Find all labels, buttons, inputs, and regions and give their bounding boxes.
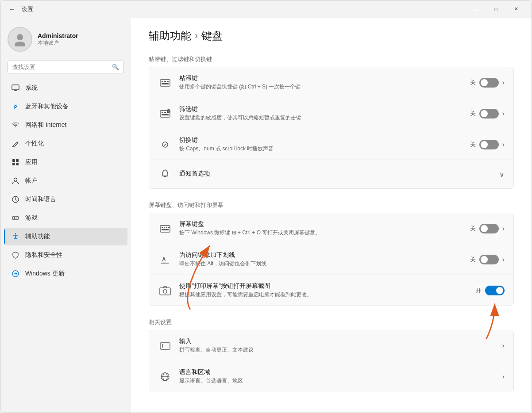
sidebar-item-personalization-label: 个性化 xyxy=(25,140,44,148)
input-icon xyxy=(158,339,172,353)
svg-rect-20 xyxy=(164,81,166,82)
bell-icon xyxy=(158,167,172,181)
sidebar-item-network-label: 网络和 Internet xyxy=(25,121,66,129)
notification-row[interactable]: 通知首选项 ∨ xyxy=(149,160,513,188)
filter-keys-desc: 设置键盘的敏感度，使其可以忽略短暂或重复的击键 xyxy=(179,114,463,122)
underline-icon: A xyxy=(158,252,172,267)
language-control: › xyxy=(502,373,505,381)
access-key-toggle-label: 关 xyxy=(470,256,476,264)
on-screen-keyboard-text: 屏幕键盘 按下 Windows 微标键 ⊞ + Ctrl + O 可打开或关闭屏… xyxy=(179,220,463,237)
sidebar-item-accessibility[interactable]: 辅助功能 xyxy=(4,228,127,245)
svg-rect-2 xyxy=(12,85,19,90)
sidebar-item-privacy[interactable]: 隐私和安全性 xyxy=(4,246,127,264)
svg-rect-6 xyxy=(12,159,15,162)
sidebar-item-time[interactable]: 时间和语言 xyxy=(4,191,127,208)
sidebar-item-system[interactable]: 系统 xyxy=(4,79,127,97)
sticky-keys-text: 粘滞键 使用多个键的键盘快捷键 (如 Ctrl + S) 一次按一个键 xyxy=(179,74,463,91)
sidebar-item-system-label: 系统 xyxy=(25,84,38,92)
print-screen-toggle[interactable] xyxy=(485,286,505,295)
toggle-keys-title: 切换键 xyxy=(179,136,463,144)
notification-text: 通知首选项 xyxy=(179,170,492,179)
main-content: 辅助功能 › 键盘 粘滞键、过滤键和切换键 xyxy=(131,18,532,413)
on-screen-keyboard-toggle-label: 关 xyxy=(470,225,476,233)
user-section: Administrator 本地账户 xyxy=(0,18,131,59)
print-screen-row[interactable]: 使用"打印屏幕"按钮打开屏幕截图 根据其他应用设置，可能需要重启电脑才能看到此更… xyxy=(149,275,513,306)
maximize-button[interactable]: □ xyxy=(486,2,506,16)
input-row[interactable]: 输入 拼写检查、自动更正、文本建议 › xyxy=(149,330,513,361)
titlebar: ← 设置 — □ ✕ xyxy=(0,0,532,18)
related-card: 输入 拼写检查、自动更正、文本建议 › xyxy=(149,330,514,392)
svg-rect-40 xyxy=(160,288,170,295)
clock-icon xyxy=(11,195,20,204)
sidebar-item-gaming-label: 游戏 xyxy=(25,214,38,222)
filter-keys-text: 筛选键 设置键盘的敏感度，使其可以忽略短暂或重复的击键 xyxy=(179,105,463,122)
wifi-icon xyxy=(11,121,20,130)
camera-icon xyxy=(158,283,172,298)
filter-keys-title: 筛选键 xyxy=(179,105,463,113)
monitor-icon xyxy=(11,84,20,92)
print-screen-text: 使用"打印屏幕"按钮打开屏幕截图 根据其他应用设置，可能需要重启电脑才能看到此更… xyxy=(179,282,469,298)
sidebar-item-accounts[interactable]: 帐户 xyxy=(4,172,127,190)
on-screen-keyboard-toggle[interactable] xyxy=(479,224,499,233)
sidebar-item-network[interactable]: 网络和 Internet xyxy=(4,116,127,134)
update-icon xyxy=(11,269,20,278)
access-key-row[interactable]: A 为访问键添加下划线 即使不按住 Alt，访问键也会带下划线 关 xyxy=(149,244,513,275)
filter-keys-row[interactable]: 筛选键 设置键盘的敏感度，使其可以忽略短暂或重复的击键 关 › xyxy=(149,98,513,129)
apps-icon xyxy=(11,158,20,167)
print-screen-desc: 根据其他应用设置，可能需要重启电脑才能看到此更改。 xyxy=(179,291,469,298)
search-box: 🔍 xyxy=(8,61,124,73)
sticky-keys-row[interactable]: 粘滞键 使用多个键的键盘快捷键 (如 Ctrl + S) 一次按一个键 关 › xyxy=(149,67,513,98)
svg-rect-25 xyxy=(164,112,166,113)
search-icon: 🔍 xyxy=(112,64,119,70)
svg-rect-21 xyxy=(167,81,169,82)
section-sticky-keys: 粘滞键、过滤键和切换键 xyxy=(149,54,514,189)
print-screen-control: 开 xyxy=(476,286,505,295)
input-control: › xyxy=(502,342,505,350)
user-info: Administrator 本地账户 xyxy=(38,32,78,47)
search-input[interactable] xyxy=(12,64,108,70)
sticky-keys-chevron: › xyxy=(502,79,505,87)
toggle-keys-row[interactable]: 切换键 按 Caps、num 或 scroll lock 时播放声音 关 › xyxy=(149,129,513,160)
back-button[interactable]: ← xyxy=(6,3,18,15)
minimize-button[interactable]: — xyxy=(465,2,486,16)
toggle-keys-chevron: › xyxy=(502,141,505,149)
svg-point-30 xyxy=(162,142,168,147)
svg-point-10 xyxy=(14,178,17,181)
toggle-keys-toggle[interactable] xyxy=(479,140,499,149)
toggle-keys-toggle-label: 关 xyxy=(470,141,476,149)
settings-window: ← 设置 — □ ✕ Administrator 本地账户 xyxy=(0,0,532,413)
toggle-keys-icon xyxy=(158,138,172,152)
sticky-keys-card: 粘滞键 使用多个键的键盘快捷键 (如 Ctrl + S) 一次按一个键 关 › xyxy=(149,67,514,189)
page-header: 辅助功能 › 键盘 xyxy=(149,29,514,43)
svg-rect-19 xyxy=(162,81,163,82)
on-screen-keyboard-icon xyxy=(158,222,172,236)
toggle-keys-desc: 按 Caps、num 或 scroll lock 时播放声音 xyxy=(179,145,463,153)
svg-text:A: A xyxy=(162,256,166,263)
svg-point-5 xyxy=(15,126,16,127)
sticky-keys-icon xyxy=(158,76,172,90)
filter-keys-toggle[interactable] xyxy=(479,109,499,119)
input-title: 输入 xyxy=(179,337,495,345)
access-key-toggle[interactable] xyxy=(479,255,499,264)
sidebar-item-apps[interactable]: 应用 xyxy=(4,153,127,171)
sticky-keys-title: 粘滞键 xyxy=(179,74,463,82)
input-desc: 拼写检查、自动更正、文本建议 xyxy=(179,346,495,354)
on-screen-card: 屏幕键盘 按下 Windows 微标键 ⊞ + Ctrl + O 可打开或关闭屏… xyxy=(149,213,514,306)
notification-control: ∨ xyxy=(499,170,505,179)
titlebar-left: ← 设置 xyxy=(6,3,465,15)
close-button[interactable]: ✕ xyxy=(506,2,526,16)
svg-rect-22 xyxy=(162,83,169,84)
on-screen-keyboard-desc: 按下 Windows 微标键 ⊞ + Ctrl + O 可打开或关闭屏幕键盘。 xyxy=(179,229,463,237)
language-row[interactable]: 语言和区域 显示语言、首选语言、地区 › xyxy=(149,361,513,392)
person-icon xyxy=(11,176,20,185)
sidebar-item-windows-update[interactable]: Windows 更新 xyxy=(4,265,127,283)
on-screen-keyboard-row[interactable]: 屏幕键盘 按下 Windows 微标键 ⊞ + Ctrl + O 可打开或关闭屏… xyxy=(149,213,513,244)
breadcrumb-separator: › xyxy=(195,30,198,42)
language-icon xyxy=(158,370,172,384)
sticky-keys-toggle[interactable] xyxy=(479,78,499,88)
sidebar-item-personalization[interactable]: 个性化 xyxy=(4,135,127,153)
toggle-keys-control: 关 › xyxy=(470,140,505,149)
sidebar-item-gaming[interactable]: 游戏 xyxy=(4,209,127,227)
svg-rect-9 xyxy=(16,163,19,165)
sidebar-item-bluetooth[interactable]: 蓝牙和其他设备 xyxy=(4,98,127,115)
